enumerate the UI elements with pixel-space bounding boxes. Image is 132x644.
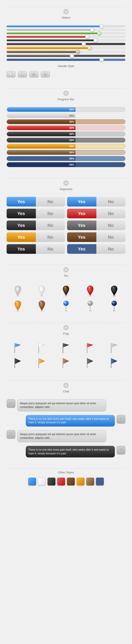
progress-pct-brown2: 58% xyxy=(69,151,74,154)
slider-dark[interactable] xyxy=(7,43,125,45)
chat-bubble-2: There is no one who loves pain itself, w… xyxy=(26,415,115,427)
other-styles-title: Other Styles xyxy=(7,471,125,474)
segment-blue-no[interactable]: No xyxy=(36,197,65,206)
progress-pct-navy: 58% xyxy=(69,163,74,166)
segment-brown-no[interactable]: No xyxy=(96,232,126,242)
segment-blue-r-yes[interactable]: Yes xyxy=(67,197,96,206)
slider-black[interactable] xyxy=(7,40,125,41)
segment-dark-yes[interactable]: Yes xyxy=(7,209,36,218)
segment-charcoal-yes[interactable]: Yes xyxy=(7,244,36,254)
pin-badge: 04 xyxy=(63,267,69,272)
svg-point-31 xyxy=(113,310,115,312)
progress-brown: 58% xyxy=(7,119,125,124)
slider-blue[interactable] xyxy=(7,26,125,27)
handle-btn-4[interactable] xyxy=(41,71,50,77)
progress-title: Progress Bar xyxy=(58,98,74,101)
progress-black: 58% xyxy=(7,132,125,136)
slider-silver[interactable] xyxy=(7,29,125,31)
segment-blue-yes[interactable]: Yes xyxy=(7,197,36,206)
pin-item-4 xyxy=(84,284,97,297)
flag-dark xyxy=(59,342,73,354)
chat-bubble-1: Neque porro quisquam est qui dolorem ips… xyxy=(17,399,106,412)
handle-btn-1[interactable] xyxy=(7,71,15,77)
flag-blue xyxy=(11,342,24,354)
style-tan-dot[interactable] xyxy=(86,478,94,486)
slider-denim[interactable] xyxy=(7,59,125,61)
chat-bubble-4: There is no one who loves pain itself, w… xyxy=(26,446,115,458)
svg-point-23 xyxy=(65,310,67,312)
segment-gray: Yes No xyxy=(67,220,125,230)
style-denim-dot[interactable] xyxy=(96,478,104,486)
svg-point-47 xyxy=(10,433,12,435)
svg-point-12 xyxy=(40,287,42,288)
sliders-title: Sliders xyxy=(61,16,71,19)
handle-btn-3[interactable] xyxy=(29,71,38,77)
flag-section: 05 Flag xyxy=(0,316,132,374)
progress-pct-white: 58% xyxy=(69,114,74,117)
segment-red-no[interactable]: No xyxy=(96,209,126,218)
svg-rect-6 xyxy=(44,72,47,76)
pin-item-7 xyxy=(35,298,48,312)
segment-orange-yes[interactable]: Yes xyxy=(7,232,36,242)
segment-orange: Yes No xyxy=(7,232,65,242)
svg-point-46 xyxy=(120,418,122,420)
segment-denim-no[interactable]: No xyxy=(96,244,126,254)
svg-point-26 xyxy=(64,302,66,303)
style-brown-dot[interactable] xyxy=(67,478,75,486)
slider-red[interactable] xyxy=(7,36,125,38)
style-orange-dot[interactable] xyxy=(77,478,85,486)
segments-badge: 03 xyxy=(63,180,69,186)
segment-orange-no[interactable]: No xyxy=(36,232,65,242)
style-blue-dot[interactable] xyxy=(28,478,36,486)
segment-dark-no[interactable]: No xyxy=(36,209,65,218)
segment-gray-yes[interactable]: Yes xyxy=(67,220,96,230)
segment-brown-yes[interactable]: Yes xyxy=(67,232,96,242)
flag-white xyxy=(35,342,48,354)
pin-section: 04 Pin xyxy=(0,258,132,316)
progress-white: 58% xyxy=(7,113,125,118)
style-red-dot[interactable] xyxy=(57,478,65,486)
svg-point-27 xyxy=(89,310,92,312)
segments-section: 03 Segments Yes No Yes No Yes No Yes No … xyxy=(0,172,132,258)
svg-point-14 xyxy=(64,287,66,288)
svg-point-45 xyxy=(10,402,12,404)
segment-blue-r-no[interactable]: No xyxy=(96,197,126,206)
segment-denim-yes[interactable]: Yes xyxy=(67,244,96,254)
segment-red-yes[interactable]: Yes xyxy=(67,209,96,218)
progress-pct-orange: 58% xyxy=(69,145,74,148)
progress-pct-red: 58% xyxy=(69,126,74,129)
style-dark-dot[interactable] xyxy=(47,478,55,486)
handle-btn-2[interactable] xyxy=(18,71,27,77)
segment-gray-no[interactable]: No xyxy=(96,220,126,230)
slider-brown[interactable] xyxy=(7,51,125,53)
progress-section: 02 Progress Bar 58% 58% 58% 58% 58% xyxy=(0,82,132,172)
chat-badge: 06 xyxy=(63,383,69,388)
style-white-dot[interactable] xyxy=(38,478,46,486)
svg-point-29 xyxy=(88,301,93,306)
slider-orange[interactable] xyxy=(7,47,125,49)
svg-point-30 xyxy=(88,302,90,303)
slider-charcoal[interactable] xyxy=(7,55,125,57)
chat-msg-1: Neque porro quisquam est qui dolorem ips… xyxy=(20,402,97,408)
segment-black-yes[interactable]: Yes xyxy=(7,220,36,230)
slider-green[interactable] xyxy=(7,32,125,34)
pin-item-1 xyxy=(11,284,24,297)
chat-avatar-2 xyxy=(117,415,125,424)
progress-pct-denim: 58% xyxy=(69,157,74,160)
segments-title: Segments xyxy=(60,188,73,191)
svg-point-22 xyxy=(40,302,42,303)
svg-point-18 xyxy=(112,287,114,288)
handle-style-section: Handle Style xyxy=(7,64,125,77)
segment-charcoal-no[interactable]: No xyxy=(36,244,65,254)
flag-brown xyxy=(59,356,73,370)
flag-black xyxy=(11,356,24,370)
flag-gray xyxy=(108,342,121,354)
progress-pct-blue: 58% xyxy=(69,108,74,111)
segment-black-no[interactable]: No xyxy=(36,220,65,230)
chat-section: 06 Chat Neque porro quisquam est qui dol… xyxy=(0,374,132,462)
other-styles-section: Other Styles xyxy=(0,462,132,492)
chat-row-2: There is no one who loves pain itself, w… xyxy=(7,415,125,427)
svg-rect-1 xyxy=(21,72,24,76)
segment-denim: Yes No xyxy=(67,244,125,254)
progress-blue: 58% xyxy=(7,107,125,112)
